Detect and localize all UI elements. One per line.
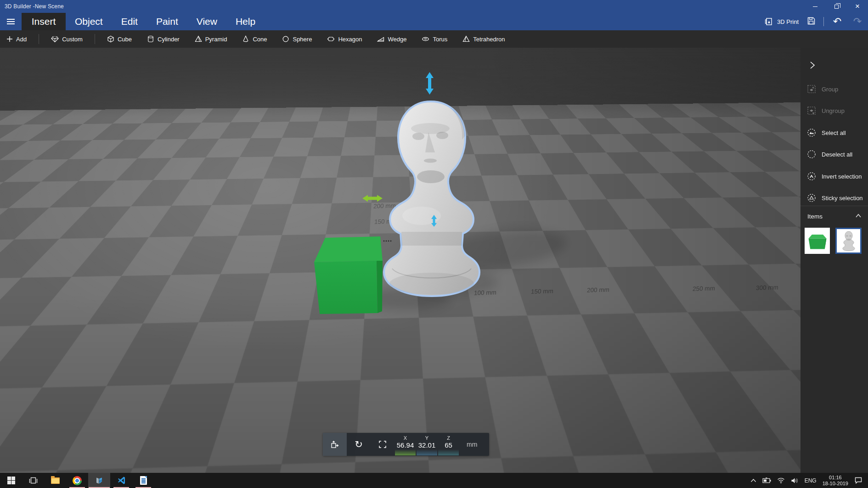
select-all-button[interactable]: Select all xyxy=(800,124,868,141)
sphere-icon xyxy=(282,35,289,43)
windows-start-icon xyxy=(7,477,15,484)
tab-view[interactable]: View xyxy=(187,13,226,30)
selection-panel: Group Ungroup Select all Deselect all xyxy=(800,48,868,473)
close-icon: × xyxy=(855,2,860,11)
item-thumbnail-bust-selected[interactable] xyxy=(835,228,862,254)
group-icon xyxy=(807,84,816,94)
tab-paint[interactable]: Paint xyxy=(147,13,187,30)
x-axis-arrow[interactable] xyxy=(362,195,383,202)
language-indicator[interactable]: ENG xyxy=(805,477,817,484)
window-title: 3D Builder -New Scene xyxy=(0,3,64,10)
invert-selection-button[interactable]: Invert selection xyxy=(800,168,868,185)
shape-cone-button[interactable]: Cone xyxy=(242,35,267,43)
taskbar-3d-builder-button[interactable] xyxy=(88,473,110,488)
sticky-selection-button[interactable]: Sticky selection xyxy=(800,190,868,206)
select-all-icon xyxy=(807,128,816,137)
system-tray: ENG 01:16 18-10-2019 xyxy=(750,473,868,488)
app-window: 3D Builder -New Scene × Insert Object Ed… xyxy=(0,0,868,488)
custom-button[interactable]: Custom xyxy=(51,36,83,43)
scene-canvas xyxy=(0,48,800,473)
chrome-icon xyxy=(73,476,82,485)
taskbar-file-explorer-button[interactable] xyxy=(44,473,66,488)
action-center-icon[interactable] xyxy=(854,477,862,484)
custom-shape-icon xyxy=(51,36,59,43)
move-tool-button[interactable] xyxy=(323,433,347,456)
3d-print-button[interactable]: 3D Print xyxy=(764,17,799,26)
redo-button[interactable]: ↷ xyxy=(851,17,864,27)
shape-tetrahedron-button[interactable]: Tetrahedron xyxy=(462,35,505,43)
cone-icon xyxy=(242,35,249,43)
undo-button[interactable]: ↶ xyxy=(830,17,844,27)
y-value-field[interactable]: Y 32.01 xyxy=(416,433,438,456)
viewport-3d[interactable]: 200 mm 150 mm 100 mm 150 mm 200 mm 250 m… xyxy=(0,48,800,473)
bust-object-selected[interactable] xyxy=(384,101,479,296)
bust-thumbnail-icon xyxy=(839,230,859,252)
deselect-all-button[interactable]: Deselect all xyxy=(800,146,868,163)
pyramid-icon xyxy=(195,35,202,43)
sticky-selection-icon xyxy=(807,193,816,202)
cube-thumbnail-icon xyxy=(806,230,829,252)
taskbar-writer-button[interactable] xyxy=(132,473,154,488)
y-axis-color-bar xyxy=(417,449,437,455)
tab-insert[interactable]: Insert xyxy=(22,13,66,30)
shape-pyramid-button[interactable]: Pyramid xyxy=(195,35,227,43)
clock-time: 01:16 xyxy=(823,475,848,481)
transform-bar: ↻ X 56.94 Y 32.01 Z 65 mm xyxy=(323,433,489,456)
shape-sphere-button[interactable]: Sphere xyxy=(282,35,312,43)
taskbar-chrome-button[interactable] xyxy=(66,473,88,488)
tab-object[interactable]: Object xyxy=(66,13,112,30)
taskbar-clock[interactable]: 01:16 18-10-2019 xyxy=(823,475,848,487)
vscode-icon xyxy=(117,476,126,485)
tab-help[interactable]: Help xyxy=(226,13,265,30)
plus-icon xyxy=(6,36,13,42)
item-thumbnail-cube[interactable] xyxy=(805,228,830,254)
scale-icon xyxy=(378,439,388,449)
taskbar-vscode-button[interactable] xyxy=(110,473,132,488)
title-bar: 3D Builder -New Scene × xyxy=(0,0,868,13)
shape-torus-button[interactable]: Torus xyxy=(422,35,447,43)
scale-tool-button[interactable] xyxy=(371,433,395,456)
shape-wedge-button[interactable]: Wedge xyxy=(377,35,406,43)
wifi-icon[interactable] xyxy=(777,477,785,483)
items-section-header[interactable]: Items xyxy=(800,209,868,223)
start-button[interactable] xyxy=(0,473,22,488)
cube-icon xyxy=(107,35,114,43)
insert-toolbar: Add Custom Cube Cylinder xyxy=(0,30,868,48)
z-axis-color-bar xyxy=(438,449,459,455)
group-button[interactable]: Group xyxy=(800,81,868,97)
shape-cube-button[interactable]: Cube xyxy=(107,35,132,43)
task-view-button[interactable] xyxy=(22,473,44,488)
minimize-button[interactable] xyxy=(805,0,826,13)
battery-icon[interactable] xyxy=(762,477,771,483)
cylinder-icon xyxy=(147,35,154,43)
unit-label: mm xyxy=(459,433,484,456)
speaker-icon[interactable] xyxy=(791,477,799,484)
rotate-icon: ↻ xyxy=(355,439,363,450)
save-icon xyxy=(807,17,816,25)
menu-divider xyxy=(823,17,824,26)
green-cube-object[interactable] xyxy=(314,236,383,314)
file-explorer-icon xyxy=(51,477,60,484)
windows-taskbar: ENG 01:16 18-10-2019 xyxy=(0,473,868,488)
save-button[interactable] xyxy=(805,17,817,27)
z-axis-arrow[interactable] xyxy=(426,72,434,95)
panel-divider xyxy=(800,206,868,206)
panel-collapse-button[interactable] xyxy=(806,59,819,72)
task-view-icon xyxy=(29,477,38,484)
add-button[interactable]: Add xyxy=(6,36,27,43)
move-icon xyxy=(329,439,340,450)
restore-button[interactable] xyxy=(826,0,847,13)
tab-edit[interactable]: Edit xyxy=(112,13,147,30)
x-value-field[interactable]: X 56.94 xyxy=(395,433,416,456)
hexagon-icon xyxy=(327,35,335,43)
shape-hexagon-button[interactable]: Hexagon xyxy=(327,35,362,43)
rotate-tool-button[interactable]: ↻ xyxy=(347,433,371,456)
z-value-field[interactable]: Z 65 xyxy=(438,433,459,456)
measure-dots xyxy=(383,241,392,242)
wedge-icon xyxy=(377,35,384,43)
ungroup-button[interactable]: Ungroup xyxy=(800,102,868,119)
shape-cylinder-button[interactable]: Cylinder xyxy=(147,35,180,43)
close-button[interactable]: × xyxy=(847,0,868,13)
tray-chevron-up-icon[interactable] xyxy=(750,478,756,482)
hamburger-menu-button[interactable] xyxy=(0,13,22,30)
